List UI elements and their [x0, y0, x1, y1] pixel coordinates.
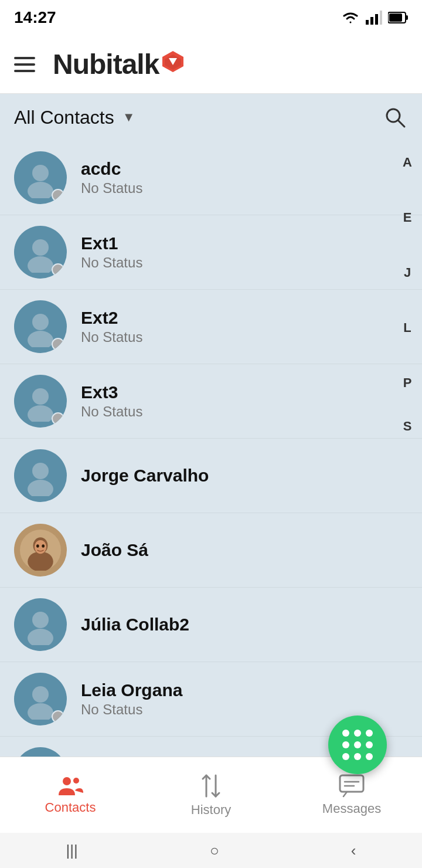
- svg-point-18: [32, 388, 49, 405]
- contact-info: Jorge Carvalho: [81, 466, 408, 486]
- logo: Nubitalk: [53, 48, 186, 80]
- status-indicator: [52, 263, 64, 276]
- avatar: [14, 151, 67, 204]
- contact-name: Leia Organa: [81, 680, 408, 700]
- signal-icon: [366, 11, 382, 25]
- contacts-nav-icon: [57, 775, 83, 796]
- status-indicator: [52, 710, 64, 723]
- contacts-list: acdcNo Status Ext1No Status Ext2No Statu…: [0, 141, 422, 811]
- contact-info: acdcNo Status: [81, 159, 408, 196]
- avatar: [14, 449, 67, 502]
- svg-point-12: [32, 165, 49, 181]
- svg-rect-1: [370, 17, 373, 25]
- nav-contacts-label: Contacts: [45, 800, 96, 815]
- recent-apps-button[interactable]: |||: [66, 842, 78, 860]
- svg-line-11: [398, 120, 404, 127]
- alpha-S[interactable]: S: [403, 416, 412, 436]
- alpha-A[interactable]: A: [403, 152, 412, 172]
- default-avatar-icon: [20, 455, 61, 496]
- history-nav-icon: [200, 773, 222, 799]
- avatar: [14, 524, 67, 577]
- nav-history[interactable]: History: [141, 773, 281, 818]
- wifi-icon: [341, 11, 360, 25]
- svg-rect-6: [389, 13, 402, 22]
- contact-name: Ext2: [81, 308, 408, 328]
- contact-info: Ext3No Status: [81, 382, 408, 420]
- alpha-L[interactable]: L: [403, 318, 411, 338]
- status-indicator: [52, 412, 64, 425]
- contact-item[interactable]: Ext1No Status: [0, 215, 422, 290]
- nav-messages-label: Messages: [322, 801, 381, 816]
- default-avatar-icon: [20, 604, 61, 645]
- svg-rect-2: [375, 14, 378, 25]
- nav-contacts[interactable]: Contacts: [0, 775, 141, 815]
- avatar: [14, 226, 67, 279]
- contact-name: Júlia Collab2: [81, 615, 408, 635]
- alpha-P[interactable]: P: [403, 373, 412, 393]
- contacts-title-area: All Contacts ▼: [14, 107, 135, 128]
- contact-item[interactable]: Júlia Collab2: [0, 588, 422, 662]
- alpha-E[interactable]: E: [403, 208, 412, 228]
- svg-point-35: [73, 778, 79, 784]
- system-nav: ||| ○ ‹: [0, 833, 422, 868]
- contacts-header: All Contacts ▼: [0, 94, 422, 141]
- contacts-title: All Contacts: [14, 107, 114, 128]
- svg-rect-0: [366, 20, 369, 25]
- status-time: 14:27: [14, 8, 56, 27]
- back-button[interactable]: ‹: [351, 842, 356, 860]
- contact-item[interactable]: Jorge Carvalho: [0, 439, 422, 513]
- contact-status: No Status: [81, 255, 408, 271]
- logo-text: Nubitalk: [53, 48, 159, 80]
- filter-dropdown[interactable]: ▼: [122, 110, 135, 125]
- avatar: [14, 375, 67, 428]
- svg-point-20: [32, 463, 49, 479]
- svg-point-14: [32, 239, 49, 256]
- dial-fab[interactable]: [328, 716, 387, 774]
- contact-name: João Sá: [81, 540, 408, 560]
- contact-name: Ext1: [81, 233, 408, 253]
- svg-rect-5: [406, 15, 408, 20]
- logo-icon: [160, 49, 186, 74]
- svg-point-28: [32, 612, 49, 628]
- svg-point-13: [28, 182, 53, 198]
- contact-status: No Status: [81, 180, 408, 196]
- avatar-photo-placeholder: [20, 530, 61, 571]
- contact-info: Ext1No Status: [81, 233, 408, 271]
- avatar: [14, 300, 67, 353]
- svg-point-19: [28, 405, 53, 422]
- contact-status: No Status: [81, 329, 408, 345]
- contact-item[interactable]: Ext3No Status: [0, 364, 422, 439]
- contact-info: Júlia Collab2: [81, 615, 408, 635]
- home-button[interactable]: ○: [210, 842, 219, 860]
- svg-rect-38: [340, 775, 363, 792]
- avatar: [14, 673, 67, 725]
- contact-name: acdc: [81, 159, 408, 179]
- avatar: [14, 598, 67, 651]
- status-icons: [341, 11, 408, 25]
- menu-button[interactable]: [14, 57, 35, 72]
- battery-icon: [388, 11, 408, 24]
- contact-info: João Sá: [81, 540, 408, 560]
- search-button[interactable]: [382, 104, 408, 130]
- status-indicator: [52, 338, 64, 351]
- svg-point-21: [28, 480, 53, 496]
- nav-messages[interactable]: Messages: [281, 774, 422, 816]
- svg-point-29: [28, 629, 53, 645]
- contact-info: Leia OrganaNo Status: [81, 680, 408, 718]
- contact-item[interactable]: João Sá: [0, 513, 422, 588]
- nav-history-label: History: [191, 802, 231, 818]
- contact-info: Ext2No Status: [81, 308, 408, 345]
- svg-rect-3: [380, 11, 382, 25]
- svg-point-24: [28, 551, 53, 571]
- svg-point-15: [28, 256, 53, 273]
- status-indicator: [52, 189, 64, 202]
- svg-point-30: [32, 686, 49, 703]
- contact-item[interactable]: acdcNo Status: [0, 141, 422, 215]
- messages-nav-icon: [339, 774, 365, 798]
- svg-point-16: [32, 314, 49, 330]
- alpha-J[interactable]: J: [404, 263, 411, 283]
- svg-point-27: [42, 544, 45, 547]
- svg-point-17: [28, 331, 53, 347]
- contact-item[interactable]: Ext2No Status: [0, 290, 422, 364]
- svg-point-25: [35, 540, 46, 554]
